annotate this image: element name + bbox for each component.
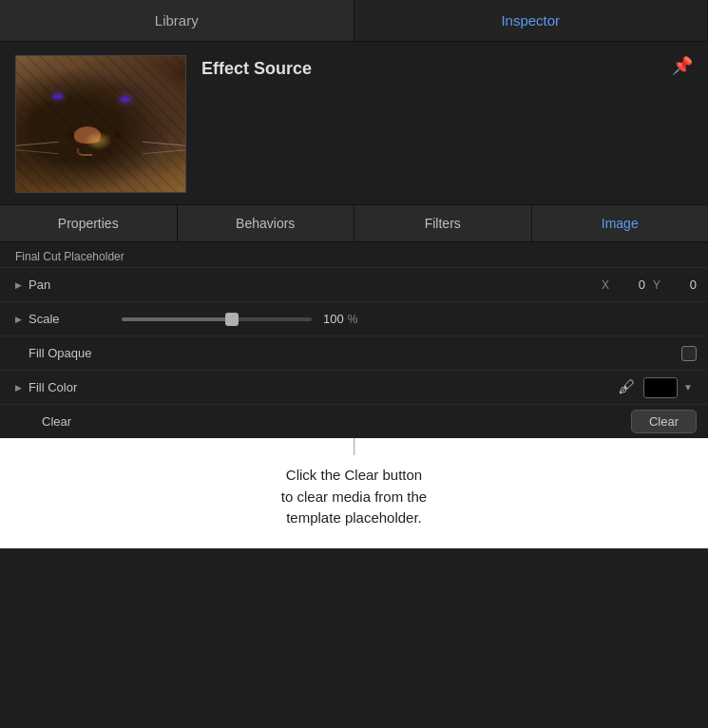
tab-library-label: Library: [155, 12, 199, 29]
section-title: Final Cut Placeholder: [0, 242, 708, 267]
clear-row-label: Clear: [25, 414, 71, 429]
callout-line: [354, 438, 355, 455]
cat-highlight: [84, 131, 112, 150]
tab-behaviors[interactable]: Behaviors: [178, 205, 355, 241]
pan-y-value[interactable]: 0: [668, 278, 697, 292]
effect-source-title: Effect Source: [201, 55, 312, 79]
tab-filters[interactable]: Filters: [354, 205, 532, 241]
scale-value[interactable]: 100: [323, 312, 344, 326]
pan-row: ▶ Pan X 0 Y 0: [0, 267, 708, 301]
scale-expand-arrow[interactable]: ▶: [11, 313, 25, 326]
top-tabs-bar: Library Inspector: [0, 0, 708, 42]
fill-color-label: Fill Color: [25, 380, 110, 394]
tab-library[interactable]: Library: [0, 0, 354, 41]
scale-slider-track: [122, 317, 236, 321]
cat-fur: [16, 56, 185, 192]
fill-color-swatch[interactable]: [643, 377, 678, 398]
pan-x-value[interactable]: 0: [617, 278, 645, 292]
tab-inspector[interactable]: Inspector: [354, 0, 709, 41]
preview-header: Effect Source 📌: [201, 55, 693, 79]
eyedropper-icon[interactable]: 🖋: [619, 377, 636, 397]
fill-opaque-checkbox[interactable]: [681, 346, 697, 361]
fill-color-row: ▶ Fill Color 🖋 ▼: [0, 370, 708, 404]
pan-y-label: Y: [653, 278, 660, 292]
pan-label: Pan: [25, 278, 110, 292]
tab-inspector-label: Inspector: [501, 12, 560, 29]
fill-opaque-row: ▶ Fill Opaque: [0, 335, 708, 370]
secondary-tabs-bar: Properties Behaviors Filters Image: [0, 204, 708, 242]
fill-opaque-label: Fill Opaque: [25, 346, 110, 360]
tab-properties-label: Properties: [58, 216, 119, 231]
cat-mouth: [77, 148, 92, 156]
media-thumbnail: [15, 55, 186, 193]
tab-image[interactable]: Image: [532, 205, 709, 241]
callout-text: Click the Clear buttonto clear media fro…: [29, 465, 679, 529]
scale-unit: %: [348, 313, 358, 326]
tab-image-label: Image: [602, 216, 639, 231]
pan-expand-arrow[interactable]: ▶: [11, 278, 25, 292]
thumbnail-image: [16, 56, 185, 192]
callout-area: Click the Clear buttonto clear media fro…: [0, 438, 708, 548]
scale-slider[interactable]: [122, 317, 312, 321]
tab-properties[interactable]: Properties: [0, 205, 178, 241]
scale-slider-thumb[interactable]: [225, 313, 239, 326]
clear-row: ▶ Clear Clear: [0, 404, 708, 438]
properties-panel: Final Cut Placeholder ▶ Pan X 0 Y 0 ▶ Sc…: [0, 242, 708, 438]
tab-behaviors-label: Behaviors: [236, 216, 295, 231]
scale-row: ▶ Scale 100 %: [0, 301, 708, 335]
scale-label: Scale: [25, 312, 110, 326]
tab-filters-label: Filters: [425, 216, 461, 231]
preview-area: Effect Source 📌: [0, 42, 708, 204]
pin-icon[interactable]: 📌: [672, 55, 693, 76]
fill-color-expand-arrow[interactable]: ▶: [11, 381, 25, 394]
clear-button[interactable]: Clear: [631, 410, 697, 433]
pan-x-label: X: [602, 278, 609, 292]
cat-nostril-right: [114, 131, 121, 138]
color-dropdown-arrow[interactable]: ▼: [679, 377, 697, 398]
